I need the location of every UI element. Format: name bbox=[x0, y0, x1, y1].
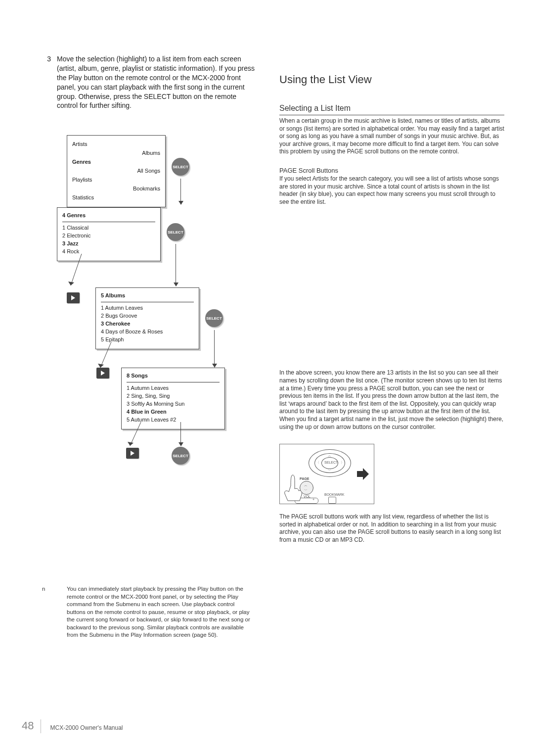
svg-marker-1 bbox=[68, 282, 74, 285]
page-number: 48 bbox=[22, 719, 41, 733]
footnote-text: You can immediately start playback by pr… bbox=[67, 585, 255, 639]
chevron-down-icon: ﹀ bbox=[328, 468, 331, 473]
cat-albums: Albums bbox=[142, 149, 160, 157]
play-button-2[interactable] bbox=[96, 368, 109, 378]
footnote-bullet: n bbox=[42, 585, 52, 639]
list-item: 2 Bugs Groove bbox=[101, 312, 194, 320]
page-scroll-title: PAGE Scroll Buttons bbox=[279, 167, 504, 174]
remote-control-diagram: SELECT 〈 〉 ︿ ﹀ PAGE ︿ ﹀ VOL − + BOOKMARK bbox=[279, 444, 374, 504]
list-item: 4 Blue in Green bbox=[127, 408, 220, 416]
step-number: 3 bbox=[42, 54, 51, 110]
navigation-diagram: Artists Albums Genres All Songs Playlist… bbox=[57, 135, 255, 501]
list-item: 1 Autumn Leaves bbox=[101, 304, 194, 312]
chevron-up-icon: ︿ bbox=[328, 453, 331, 458]
arrow-1 bbox=[180, 179, 181, 204]
genres-header: 4 Genres bbox=[62, 212, 155, 222]
svg-marker-5 bbox=[128, 442, 134, 446]
cat-playlists: Playlists bbox=[72, 176, 92, 184]
list-item: 1 Classical bbox=[62, 224, 155, 232]
select-button-1[interactable]: SELECT bbox=[172, 158, 189, 176]
cat-artists: Artists bbox=[72, 141, 88, 148]
svg-marker-6 bbox=[357, 468, 369, 480]
arrow-diag-2 bbox=[106, 342, 107, 342]
select-button-2[interactable]: SELECT bbox=[167, 223, 184, 241]
list-item: 3 Softly As Morning Sun bbox=[127, 400, 220, 408]
arrow-4 bbox=[180, 422, 181, 446]
arrow-right-icon bbox=[356, 467, 370, 481]
page-footer: 48 MCX-2000 Owner's Manual bbox=[22, 719, 123, 733]
cat-allsongs: All Songs bbox=[137, 167, 160, 175]
box-categories: Artists Albums Genres All Songs Playlist… bbox=[67, 135, 166, 207]
paragraph-1: When a certain group in the music archiv… bbox=[279, 117, 504, 156]
paragraph-3: In the above screen, you know there are … bbox=[279, 369, 504, 431]
list-item: 2 Electronic bbox=[62, 232, 155, 240]
list-item: 1 Autumn Leaves bbox=[127, 384, 220, 392]
section-heading: Using the List View bbox=[279, 73, 504, 86]
chevron-down-icon: ﹀ bbox=[304, 488, 308, 493]
list-item: 3 Cherokee bbox=[101, 320, 194, 328]
bookmark-label: BOOKMARK bbox=[324, 493, 344, 496]
manual-title: MCX-2000 Owner's Manual bbox=[50, 724, 123, 733]
step-text: Move the selection (highlight) to a list… bbox=[57, 54, 255, 110]
chevron-left-icon: 〈 bbox=[316, 460, 319, 465]
paragraph-4: The PAGE scroll buttons work with any li… bbox=[279, 513, 504, 544]
select-button-3[interactable]: SELECT bbox=[205, 309, 223, 327]
arrow-diag-3 bbox=[136, 422, 136, 423]
step-3: 3 Move the selection (highlight) to a li… bbox=[42, 54, 255, 110]
cat-genres: Genres bbox=[72, 158, 91, 166]
svg-line-4 bbox=[130, 422, 141, 446]
list-item: 4 Days of Booze & Roses bbox=[101, 328, 194, 336]
play-button-3[interactable] bbox=[126, 448, 139, 459]
play-button-1[interactable] bbox=[67, 292, 80, 303]
svg-line-0 bbox=[71, 254, 82, 285]
select-label: SELECT bbox=[324, 461, 338, 464]
box-albums: 5 Albums 1 Autumn Leaves 2 Bugs Groove 3… bbox=[95, 287, 199, 349]
svg-marker-3 bbox=[98, 364, 104, 368]
bookmark-button bbox=[328, 497, 336, 504]
hand-icon bbox=[283, 474, 304, 502]
cat-bookmarks: Bookmarks bbox=[133, 185, 160, 193]
arrow-3 bbox=[214, 330, 215, 367]
songs-header: 8 Songs bbox=[127, 372, 220, 382]
arrow-diag-1 bbox=[77, 254, 77, 254]
box-songs: 8 Songs 1 Autumn Leaves 2 Sing, Sing, Si… bbox=[121, 368, 225, 429]
svg-line-2 bbox=[100, 342, 111, 368]
cat-statistics: Statistics bbox=[72, 194, 94, 202]
select-button-4[interactable]: SELECT bbox=[172, 447, 189, 465]
section-subheading: Selecting a List Item bbox=[279, 104, 504, 115]
box-genres: 4 Genres 1 Classical 2 Electronic 3 Jazz… bbox=[57, 207, 161, 261]
chevron-up-icon: ︿ bbox=[304, 483, 308, 488]
albums-header: 5 Albums bbox=[101, 292, 194, 302]
paragraph-2: If you select Artists for the search cat… bbox=[279, 175, 504, 206]
list-item: 3 Jazz bbox=[62, 240, 155, 248]
arrow-2 bbox=[176, 244, 176, 286]
footnote: n You can immediately start playback by … bbox=[42, 585, 255, 639]
chevron-right-icon: 〉 bbox=[341, 460, 344, 465]
list-item: 2 Sing, Sing, Sing bbox=[127, 392, 220, 400]
